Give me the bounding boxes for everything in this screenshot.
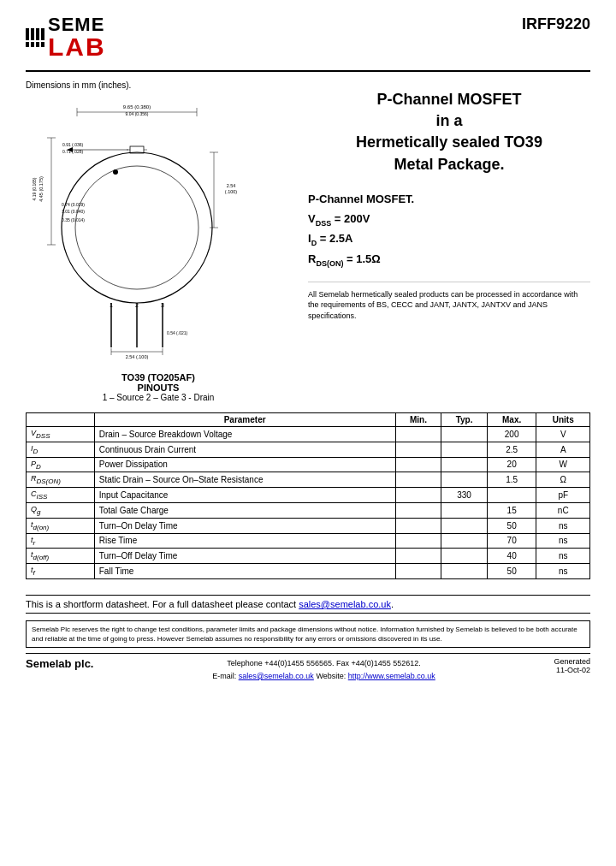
col-typ: Typ.	[441, 413, 487, 427]
logo-lab-text: LAB	[48, 34, 106, 60]
footer-website-link[interactable]: http://www.semelab.co.uk	[348, 672, 435, 680]
cell-symbol: ID	[27, 442, 95, 457]
cell-units: V	[536, 427, 590, 442]
cell-typ	[441, 549, 487, 564]
shortform-email-link[interactable]: sales@semelab.co.uk	[299, 599, 391, 609]
cell-min	[395, 502, 441, 518]
cell-symbol: tf	[27, 564, 95, 579]
cell-parameter: Fall Time	[94, 564, 395, 579]
cell-parameter: Input Capacitance	[94, 488, 395, 503]
cell-symbol: VDSS	[27, 427, 95, 442]
cell-max: 1.5	[487, 472, 536, 488]
pinouts-detail: 1 – Source 2 – Gate 3 - Drain	[26, 393, 291, 402]
cell-units: nC	[536, 502, 590, 518]
table-row: VDSSDrain – Source Breakdown Voltage200V	[27, 427, 590, 442]
cell-typ	[441, 564, 487, 579]
cell-min	[395, 564, 441, 579]
svg-text:0.91 (.036): 0.91 (.036)	[62, 142, 84, 147]
svg-point-38	[113, 169, 118, 175]
cell-min	[395, 457, 441, 472]
params-table: Parameter Min. Typ. Max. Units VDSSDrain…	[26, 412, 590, 579]
cell-max: 2.5	[487, 442, 536, 457]
specs-block: P-Channel MOSFET. VDSS = 200V ID = 2.5A …	[308, 193, 590, 268]
table-row: td(on)Turn–On Delay Time50ns	[27, 518, 590, 533]
cell-symbol: Qg	[27, 502, 95, 518]
cell-parameter: Rise Time	[94, 533, 395, 549]
footer-telephone: Telephone +44(0)1455 556565. Fax +44(0)1…	[212, 657, 435, 669]
cell-typ	[441, 427, 487, 442]
svg-text:0.71 (.028): 0.71 (.028)	[62, 149, 84, 154]
cell-symbol: RDS(ON)	[27, 472, 95, 488]
top-section: Dimensions in mm (inches). 9.65 (0.380) …	[26, 80, 590, 406]
cell-symbol: td(off)	[27, 549, 95, 564]
svg-point-11	[75, 166, 198, 289]
cell-min	[395, 472, 441, 488]
cell-units: ns	[536, 518, 590, 533]
footer-contact: Telephone +44(0)1455 556565. Fax +44(0)1…	[212, 657, 435, 682]
cell-parameter: Turn–On Delay Time	[94, 518, 395, 533]
page: SEME LAB IRFF9220 Dimensions in mm (inch…	[0, 0, 616, 866]
cell-max: 70	[487, 533, 536, 549]
cell-max: 200	[487, 427, 536, 442]
col-parameter: Parameter	[94, 413, 395, 427]
svg-text:2.54 (.100): 2.54 (.100)	[126, 354, 149, 359]
disclaimer-box: Semelab Plc reserves the right to change…	[26, 620, 590, 648]
table-row: IDContinuous Drain Current2.5A	[27, 442, 590, 457]
table-row: tfFall Time50ns	[27, 564, 590, 579]
logo-seme-text: SEME	[48, 15, 106, 34]
footer-generated: Generated 11-Oct-02	[554, 657, 590, 674]
svg-text:2: 2	[135, 302, 139, 308]
cell-typ	[441, 472, 487, 488]
hermetic-note: All Semelab hermetically sealed products…	[308, 282, 590, 322]
table-row: td(off)Turn–Off Delay Time40ns	[27, 549, 590, 564]
svg-text:1.01 (0.040): 1.01 (0.040)	[62, 209, 85, 214]
cell-typ	[441, 518, 487, 533]
svg-text:0.74 (0.029): 0.74 (0.029)	[62, 202, 85, 207]
cell-min	[395, 488, 441, 503]
to39-label: TO39 (TO205AF)	[26, 372, 291, 383]
cell-units: ns	[536, 549, 590, 564]
logo-icon: SEME LAB	[26, 15, 106, 60]
cell-parameter: Static Drain – Source On–State Resistanc…	[94, 472, 395, 488]
footer-email-link[interactable]: sales@semelab.co.uk	[239, 672, 314, 680]
cell-units: A	[536, 442, 590, 457]
col-symbol	[27, 413, 95, 427]
cell-max: 20	[487, 457, 536, 472]
svg-point-10	[62, 152, 212, 303]
cell-symbol: td(on)	[27, 518, 95, 533]
spec-subtitle: P-Channel MOSFET.	[308, 193, 590, 205]
cell-units: ns	[536, 533, 590, 549]
left-panel: Dimensions in mm (inches). 9.65 (0.380) …	[26, 80, 291, 406]
cell-parameter: Power Dissipation	[94, 457, 395, 472]
cell-max: 50	[487, 564, 536, 579]
cell-min	[395, 518, 441, 533]
cell-symbol: tr	[27, 533, 95, 549]
cell-typ	[441, 442, 487, 457]
table-row: CISSInput Capacitance330pF	[27, 488, 590, 503]
logo-area: SEME LAB	[26, 15, 106, 62]
package-diagram: 9.65 (0.380) 9.04 (0.356) 4.45 (0.175) 4…	[26, 95, 274, 369]
svg-text:(.100): (.100)	[225, 189, 238, 194]
table-row: trRise Time70ns	[27, 533, 590, 549]
svg-text:9.04 (0.356): 9.04 (0.356)	[126, 111, 149, 116]
spec-vdss: VDSS = 200V	[308, 212, 590, 228]
right-panel: P-Channel MOSFET in a Hermetically seale…	[299, 80, 590, 406]
shortform-note: This is a shortform datasheet. For a ful…	[26, 595, 590, 614]
col-units: Units	[536, 413, 590, 427]
cell-units: ns	[536, 564, 590, 579]
cell-typ	[441, 533, 487, 549]
cell-min	[395, 442, 441, 457]
cell-max: 15	[487, 502, 536, 518]
cell-parameter: Total Gate Charge	[94, 502, 395, 518]
footer-bottom: Semelab plc. Telephone +44(0)1455 556565…	[26, 653, 590, 682]
cell-max: 50	[487, 518, 536, 533]
table-row: RDS(ON)Static Drain – Source On–State Re…	[27, 472, 590, 488]
cell-symbol: CISS	[27, 488, 95, 503]
footer-email-line: E-mail: sales@semelab.co.uk Website: htt…	[212, 670, 435, 682]
table-row: QgTotal Gate Charge15nC	[27, 502, 590, 518]
header: SEME LAB IRFF9220	[26, 15, 590, 72]
svg-text:4.19 (0.165): 4.19 (0.165)	[32, 177, 37, 200]
svg-text:9.65 (0.380): 9.65 (0.380)	[123, 104, 151, 110]
dimensions-label: Dimensions in mm (inches).	[26, 80, 291, 90]
cell-max: 40	[487, 549, 536, 564]
